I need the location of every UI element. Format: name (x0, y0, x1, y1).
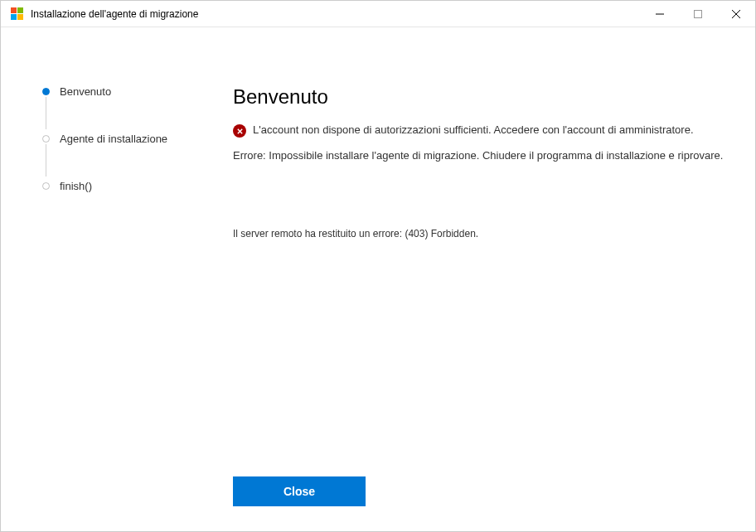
minimize-button[interactable] (641, 1, 679, 27)
step-item-finish: finish() (42, 180, 200, 192)
step-dot-icon (42, 182, 50, 190)
sidebar: Benvenuto Agente di installazione finish… (42, 85, 216, 476)
window-controls (641, 1, 755, 27)
footer: Close (1, 476, 755, 531)
step-dot-icon (42, 88, 50, 95)
maximize-button[interactable] (679, 1, 717, 27)
close-window-button[interactable] (717, 1, 755, 27)
titlebar: Installazione dell'agente di migrazione (1, 1, 755, 27)
close-button[interactable]: Close (233, 476, 366, 506)
step-item-welcome: Benvenuto (42, 85, 200, 133)
step-item-install-agent: Agente di installazione (42, 133, 200, 180)
page-title: Benvenuto (233, 85, 730, 109)
step-dot-icon (42, 135, 50, 143)
error-detail: Errore: Impossibile installare l'agente … (233, 149, 730, 162)
svg-rect-1 (695, 10, 702, 17)
error-icon (233, 124, 246, 138)
server-error-text: Il server remoto ha restituito un errore… (233, 228, 730, 239)
step-list: Benvenuto Agente di installazione finish… (42, 85, 200, 192)
microsoft-logo-icon (11, 7, 24, 21)
window-title: Installazione dell'agente di migrazione (31, 8, 641, 20)
main-content: Benvenuto L'account non dispone di autor… (216, 85, 730, 476)
step-label: finish() (60, 180, 92, 192)
error-message: L'account non dispone di autorizzazioni … (253, 123, 694, 136)
content-area: Benvenuto Agente di installazione finish… (1, 27, 755, 531)
installer-window: Installazione dell'agente di migrazione … (0, 0, 756, 532)
maximize-icon (694, 10, 702, 18)
minimize-icon (656, 10, 664, 18)
error-row: L'account non dispone di autorizzazioni … (233, 123, 730, 138)
main-area: Benvenuto Agente di installazione finish… (1, 27, 755, 476)
step-label: Benvenuto (60, 85, 111, 98)
step-label: Agente di installazione (60, 133, 167, 145)
close-icon (732, 10, 740, 18)
